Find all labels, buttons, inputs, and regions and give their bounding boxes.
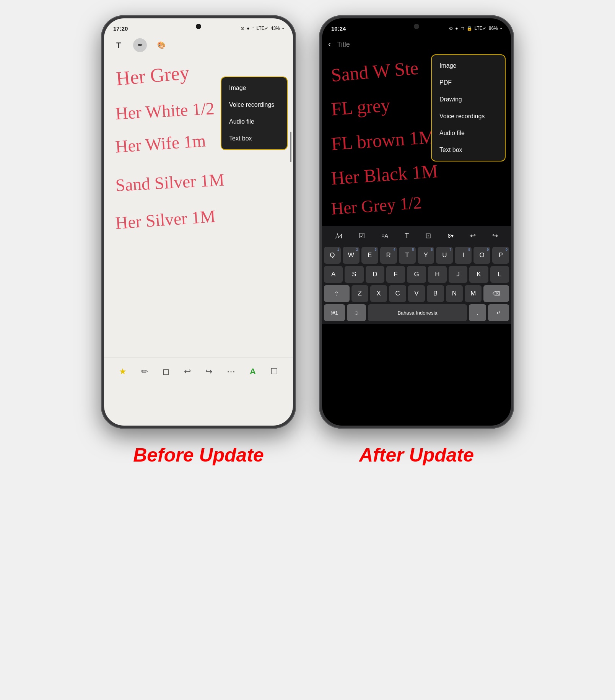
header-title: Title [337, 41, 350, 49]
before-status-icons: ⊙ ● ↑ LTE✓ 43% ▪ [241, 26, 284, 31]
frame-icon[interactable]: ⊡ [423, 229, 433, 242]
key-o[interactable]: 9O [473, 247, 490, 264]
after-dropdown-menu: Image PDF Drawing Voice recordings Audio… [431, 54, 506, 162]
stylus-m-icon[interactable]: 𝓜 [333, 230, 345, 242]
text-btn-icon[interactable]: A [250, 367, 256, 377]
svg-text:FL grey: FL grey [330, 95, 391, 120]
undo-after-icon[interactable]: ↩ [468, 229, 478, 242]
key-b[interactable]: B [427, 285, 444, 302]
comparison-container: 17:20 ⊙ ● ↑ LTE✓ 43% ▪ T ✒ 🎨 [101, 0, 514, 700]
svg-text:Sand Silver 1M: Sand Silver 1M [115, 170, 225, 195]
key-v[interactable]: V [408, 285, 425, 302]
after-menu-drawing[interactable]: Drawing [432, 91, 505, 108]
svg-text:Her Wife 1m: Her Wife 1m [115, 131, 207, 156]
space-key[interactable]: Bahasa Indonesia [368, 304, 467, 321]
key-x[interactable]: X [370, 285, 387, 302]
key-row-3: ⇧ Z X C V B N M ⌫ [322, 284, 511, 303]
key-h[interactable]: H [428, 266, 447, 283]
before-dropdown-menu: Image Voice recordings Audio file Text b… [221, 77, 288, 150]
before-label: Before Update [133, 444, 264, 466]
redo-after-icon[interactable]: ↪ [490, 229, 500, 242]
key-c[interactable]: C [389, 285, 406, 302]
before-phone-wrapper: 17:20 ⊙ ● ↑ LTE✓ 43% ▪ T ✒ 🎨 [101, 15, 296, 466]
key-p[interactable]: 0P [492, 247, 509, 264]
key-j[interactable]: J [449, 266, 467, 283]
after-menu-audio[interactable]: Audio file [432, 125, 505, 142]
key-u[interactable]: 7U [436, 247, 453, 264]
after-menu-pdf[interactable]: PDF [432, 74, 505, 91]
emoji-key[interactable]: ☺ [347, 304, 366, 321]
key-q[interactable]: 1Q [324, 247, 341, 264]
before-phone-shell: 17:20 ⊙ ● ↑ LTE✓ 43% ▪ T ✒ 🎨 [101, 15, 296, 429]
before-menu-textbox[interactable]: Text box [221, 130, 287, 147]
before-menu-audio[interactable]: Audio file [221, 113, 287, 130]
after-menu-image[interactable]: Image [432, 57, 505, 74]
enter-key[interactable]: ↵ [488, 304, 509, 321]
svg-text:Her Grey 1/2: Her Grey 1/2 [330, 193, 422, 218]
pen-tool-icon[interactable]: ✒ [133, 38, 147, 52]
key-t[interactable]: 5T [399, 247, 416, 264]
key-row-1: 1Q 2W 3E 4R 5T 6Y 7U 8I 9O 0P [322, 246, 511, 265]
symbols-key[interactable]: !#1 [324, 304, 345, 321]
before-menu-image[interactable]: Image [221, 80, 287, 96]
key-d[interactable]: D [366, 266, 384, 283]
back-button[interactable]: ‹ [328, 39, 331, 49]
key-l[interactable]: L [490, 266, 509, 283]
key-e[interactable]: 3E [361, 247, 378, 264]
svg-text:Her Silver 1M: Her Silver 1M [115, 207, 216, 233]
backspace-key[interactable]: ⌫ [483, 285, 509, 302]
before-scrollbar[interactable] [290, 132, 291, 162]
svg-text:Sand W Ste: Sand W Ste [330, 57, 419, 86]
after-phone-shell: 10:24 ⊙ ● ◻ 🔒 LTE✓ 86% ▪ ‹ Title [319, 15, 514, 429]
key-w[interactable]: 2W [343, 247, 360, 264]
key-m[interactable]: M [465, 285, 482, 302]
after-content-area: Sand W Ste FL grey FL brown 1M Her Black… [322, 54, 511, 226]
key-n[interactable]: N [446, 285, 463, 302]
after-menu-textbox[interactable]: Text box [432, 142, 505, 158]
before-toolbar: T ✒ 🎨 [104, 35, 293, 55]
keyboard: 1Q 2W 3E 4R 5T 6Y 7U 8I 9O 0P A S [322, 246, 511, 324]
after-status-bar: 10:24 ⊙ ● ◻ 🔒 LTE✓ 86% ▪ [322, 18, 511, 35]
format-icon[interactable]: ≡A [379, 230, 390, 241]
key-z[interactable]: Z [351, 285, 368, 302]
lasso-icon[interactable]: ⋯ [227, 367, 235, 377]
size-icon[interactable]: 8▾ [446, 230, 456, 241]
after-header: ‹ Title [322, 35, 511, 54]
eraser-icon[interactable]: ◻ [163, 367, 169, 377]
palette-icon[interactable]: 🎨 [155, 38, 168, 52]
before-bottom-toolbar: ★ ✏ ◻ ↩ ↪ ⋯ A ☐ [104, 357, 293, 385]
key-i[interactable]: 8I [455, 247, 472, 264]
before-content-area: Her Grey Her White 1/2 Her Wife 1m Sand … [104, 55, 293, 357]
after-menu-voice[interactable]: Voice recordings [432, 108, 505, 125]
key-s[interactable]: S [345, 266, 363, 283]
shape-icon[interactable]: ☐ [270, 367, 278, 377]
period-key[interactable]: . [469, 304, 486, 321]
key-y[interactable]: 6Y [418, 247, 434, 264]
after-phone-wrapper: 10:24 ⊙ ● ◻ 🔒 LTE✓ 86% ▪ ‹ Title [319, 15, 514, 466]
text-icon[interactable]: T [402, 230, 411, 242]
key-f[interactable]: F [386, 266, 405, 283]
after-time: 10:24 [331, 25, 346, 32]
key-row-2: A S D F G H J K L [322, 265, 511, 284]
before-menu-voice[interactable]: Voice recordings [221, 96, 287, 113]
undo-icon[interactable]: ↩ [184, 367, 191, 377]
redo-icon[interactable]: ↪ [205, 367, 212, 377]
key-a[interactable]: A [324, 266, 343, 283]
key-row-4: !#1 ☺ Bahasa Indonesia . ↵ [322, 303, 511, 324]
checkbox-icon[interactable]: ☑ [356, 229, 367, 242]
key-r[interactable]: 4R [380, 247, 397, 264]
after-stylus-toolbar: 𝓜 ☑ ≡A T ⊡ 8▾ ↩ ↪ [322, 226, 511, 246]
shift-key[interactable]: ⇧ [324, 285, 350, 302]
star-icon[interactable]: ★ [119, 367, 127, 377]
after-label: After Update [359, 444, 474, 466]
text-tool-icon[interactable]: T [112, 38, 125, 52]
highlighter-icon[interactable]: ✏ [141, 367, 148, 377]
key-g[interactable]: G [407, 266, 426, 283]
before-time: 17:20 [113, 25, 128, 32]
before-phone-screen: 17:20 ⊙ ● ↑ LTE✓ 43% ▪ T ✒ 🎨 [104, 18, 293, 426]
svg-text:Her Grey: Her Grey [115, 61, 190, 90]
svg-text:Her Black 1M: Her Black 1M [330, 160, 439, 189]
key-k[interactable]: K [469, 266, 488, 283]
svg-text:FL brown 1M: FL brown 1M [330, 126, 436, 154]
svg-text:Her White 1/2: Her White 1/2 [115, 99, 215, 123]
